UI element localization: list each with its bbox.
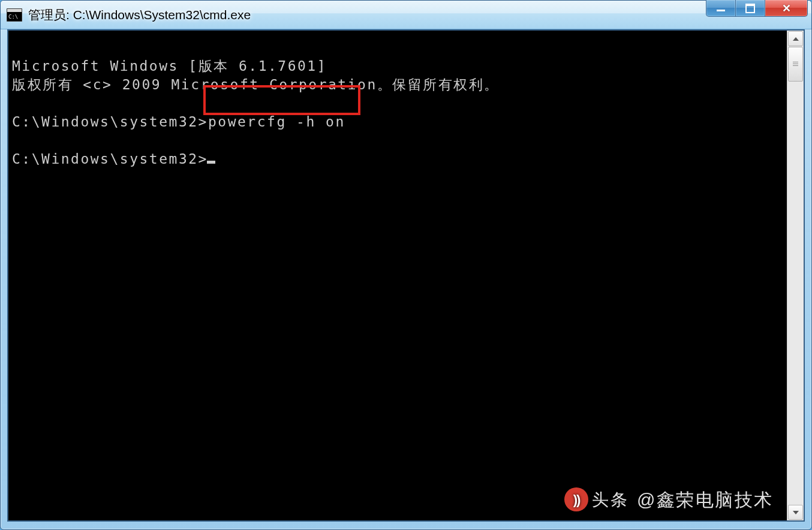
prompt-path: C:\Windows\system32> xyxy=(12,151,208,167)
scroll-down-button[interactable] xyxy=(788,505,803,520)
console-blank-line xyxy=(12,131,787,150)
toutiao-logo-icon: )) xyxy=(564,487,588,511)
scrollbar-track[interactable] xyxy=(787,47,804,504)
watermark-badge: )) 头条 xyxy=(564,487,628,511)
window-controls: ✕ xyxy=(706,0,808,17)
entered-command: powercfg -h on xyxy=(208,114,345,130)
scrollbar-grip-icon xyxy=(793,62,798,67)
scroll-up-button[interactable] xyxy=(788,31,803,46)
console-output[interactable]: Microsoft Windows [版本 6.1.7601]版权所有 <c> … xyxy=(8,31,787,520)
chevron-down-icon xyxy=(793,511,799,514)
console-line-version: Microsoft Windows [版本 6.1.7601] xyxy=(12,57,787,76)
close-button[interactable]: ✕ xyxy=(765,0,808,17)
vertical-scrollbar[interactable] xyxy=(787,31,804,520)
watermark-handle: @鑫荣电脑技术 xyxy=(637,490,774,509)
window-title: 管理员: C:\Windows\System32\cmd.exe xyxy=(28,7,251,23)
maximize-button[interactable] xyxy=(736,0,765,17)
titlebar[interactable]: C:\ 管理员: C:\Windows\System32\cmd.exe ✕ xyxy=(1,1,811,29)
minimize-button[interactable] xyxy=(706,0,736,17)
chevron-up-icon xyxy=(793,37,799,41)
client-area: Microsoft Windows [版本 6.1.7601]版权所有 <c> … xyxy=(7,29,805,522)
console-blank-line xyxy=(12,94,787,113)
console-prompt-1: C:\Windows\system32>powercfg -h on xyxy=(12,113,787,131)
cmd-icon: C:\ xyxy=(7,8,22,22)
text-cursor xyxy=(207,161,215,164)
console-line-copyright: 版权所有 <c> 2009 Microsoft Corporation。保留所有… xyxy=(12,76,787,94)
watermark: )) 头条 @鑫荣电脑技术 xyxy=(564,487,774,511)
scrollbar-thumb[interactable] xyxy=(788,47,803,82)
window-frame: C:\ 管理员: C:\Windows\System32\cmd.exe ✕ M… xyxy=(0,0,812,530)
svg-rect-1 xyxy=(7,9,22,12)
console-prompt-2[interactable]: C:\Windows\system32> xyxy=(12,150,787,168)
prompt-path: C:\Windows\system32> xyxy=(12,114,208,130)
watermark-brand: 头条 xyxy=(592,490,628,509)
svg-text:C:\: C:\ xyxy=(8,14,18,20)
